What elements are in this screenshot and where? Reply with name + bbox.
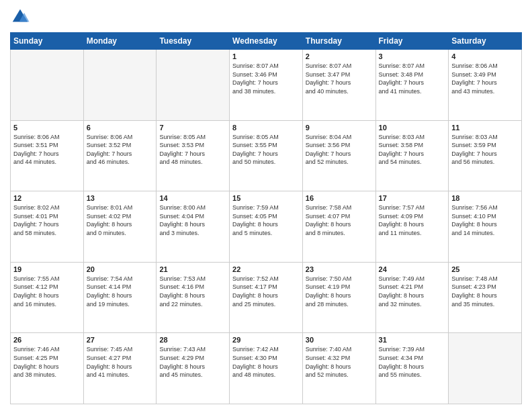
weekday-header-thursday: Thursday [302,33,375,50]
day-cell: 13Sunrise: 8:01 AMSunset: 4:02 PMDayligh… [83,191,157,263]
weekday-header-monday: Monday [83,33,157,50]
week-row-2: 12Sunrise: 8:02 AMSunset: 4:01 PMDayligh… [11,191,522,263]
day-number: 21 [159,265,226,273]
day-cell: 9Sunrise: 8:04 AMSunset: 3:56 PMDaylight… [302,120,375,191]
weekday-header-friday: Friday [375,33,449,50]
day-info: Sunrise: 8:05 AMSunset: 3:55 PMDaylight:… [232,133,300,167]
day-cell: 22Sunrise: 7:52 AMSunset: 4:17 PMDayligh… [230,262,303,333]
day-cell [83,50,157,121]
day-cell: 2Sunrise: 8:07 AMSunset: 3:47 PMDaylight… [302,50,375,121]
day-cell [157,50,230,121]
day-number: 30 [306,336,373,344]
day-info: Sunrise: 7:52 AMSunset: 4:17 PMDaylight:… [232,275,300,308]
day-number: 4 [451,52,519,60]
day-number: 5 [13,124,81,132]
day-cell: 10Sunrise: 8:03 AMSunset: 3:58 PMDayligh… [375,120,449,191]
day-info: Sunrise: 8:07 AMSunset: 3:46 PMDaylight:… [232,62,300,95]
day-cell: 30Sunrise: 7:40 AMSunset: 4:32 PMDayligh… [302,333,375,404]
day-info: Sunrise: 7:49 AMSunset: 4:21 PMDaylight:… [379,275,446,308]
day-cell: 7Sunrise: 8:05 AMSunset: 3:53 PMDaylight… [157,120,230,191]
day-cell: 3Sunrise: 8:07 AMSunset: 3:48 PMDaylight… [375,50,449,121]
day-cell: 12Sunrise: 8:02 AMSunset: 4:01 PMDayligh… [11,191,84,263]
day-number: 9 [306,124,373,132]
day-cell: 26Sunrise: 7:46 AMSunset: 4:25 PMDayligh… [11,333,84,404]
day-cell: 15Sunrise: 7:59 AMSunset: 4:05 PMDayligh… [230,191,303,263]
day-cell: 4Sunrise: 8:06 AMSunset: 3:49 PMDaylight… [449,50,522,121]
day-number: 6 [87,124,154,132]
day-info: Sunrise: 8:06 AMSunset: 3:52 PMDaylight:… [87,133,154,167]
day-info: Sunrise: 7:54 AMSunset: 4:14 PMDaylight:… [87,275,154,308]
day-cell: 18Sunrise: 7:56 AMSunset: 4:10 PMDayligh… [449,191,522,263]
day-info: Sunrise: 8:01 AMSunset: 4:02 PMDaylight:… [87,203,154,237]
day-info: Sunrise: 7:59 AMSunset: 4:05 PMDaylight:… [232,203,300,237]
day-cell: 31Sunrise: 7:39 AMSunset: 4:34 PMDayligh… [375,333,449,404]
day-cell: 28Sunrise: 7:43 AMSunset: 4:29 PMDayligh… [157,333,230,404]
day-number: 12 [13,194,81,202]
day-info: Sunrise: 7:40 AMSunset: 4:32 PMDaylight:… [306,345,373,379]
day-number: 7 [159,124,226,132]
day-cell: 5Sunrise: 8:06 AMSunset: 3:51 PMDaylight… [11,120,84,191]
week-row-1: 5Sunrise: 8:06 AMSunset: 3:51 PMDaylight… [11,120,522,191]
day-info: Sunrise: 8:00 AMSunset: 4:04 PMDaylight:… [159,203,226,237]
day-number: 17 [379,194,446,202]
day-cell: 23Sunrise: 7:50 AMSunset: 4:19 PMDayligh… [302,262,375,333]
weekday-header-wednesday: Wednesday [230,33,303,50]
day-cell: 17Sunrise: 7:57 AMSunset: 4:09 PMDayligh… [375,191,449,263]
day-cell [449,333,522,404]
day-cell: 8Sunrise: 8:05 AMSunset: 3:55 PMDaylight… [230,120,303,191]
day-info: Sunrise: 7:53 AMSunset: 4:16 PMDaylight:… [159,275,226,308]
day-number: 25 [451,265,519,273]
day-number: 22 [232,265,300,273]
day-info: Sunrise: 7:42 AMSunset: 4:30 PMDaylight:… [232,345,300,379]
day-info: Sunrise: 7:50 AMSunset: 4:19 PMDaylight:… [306,275,373,308]
day-number: 26 [13,336,81,344]
day-cell: 14Sunrise: 8:00 AMSunset: 4:04 PMDayligh… [157,191,230,263]
day-cell: 27Sunrise: 7:45 AMSunset: 4:27 PMDayligh… [83,333,157,404]
day-cell: 29Sunrise: 7:42 AMSunset: 4:30 PMDayligh… [230,333,303,404]
header [10,7,522,27]
weekday-header-saturday: Saturday [449,33,522,50]
day-info: Sunrise: 7:45 AMSunset: 4:27 PMDaylight:… [87,345,154,379]
day-info: Sunrise: 8:07 AMSunset: 3:48 PMDaylight:… [379,62,446,95]
day-info: Sunrise: 7:57 AMSunset: 4:09 PMDaylight:… [379,203,446,237]
day-number: 13 [87,194,154,202]
day-cell: 21Sunrise: 7:53 AMSunset: 4:16 PMDayligh… [157,262,230,333]
day-info: Sunrise: 7:56 AMSunset: 4:10 PMDaylight:… [451,203,519,237]
day-info: Sunrise: 7:58 AMSunset: 4:07 PMDaylight:… [306,203,373,237]
weekday-header-tuesday: Tuesday [157,33,230,50]
day-info: Sunrise: 8:06 AMSunset: 3:51 PMDaylight:… [13,133,81,167]
day-number: 10 [379,124,446,132]
day-cell: 16Sunrise: 7:58 AMSunset: 4:07 PMDayligh… [302,191,375,263]
logo [10,7,33,27]
day-info: Sunrise: 8:04 AMSunset: 3:56 PMDaylight:… [306,133,373,167]
day-number: 19 [13,265,81,273]
day-number: 16 [306,194,373,202]
week-row-4: 26Sunrise: 7:46 AMSunset: 4:25 PMDayligh… [11,333,522,404]
day-info: Sunrise: 7:48 AMSunset: 4:23 PMDaylight:… [451,275,519,308]
day-number: 1 [232,52,300,60]
day-number: 18 [451,194,519,202]
day-cell [11,50,84,121]
day-number: 11 [451,124,519,132]
day-cell: 1Sunrise: 8:07 AMSunset: 3:46 PMDaylight… [230,50,303,121]
week-row-0: 1Sunrise: 8:07 AMSunset: 3:46 PMDaylight… [11,50,522,121]
day-info: Sunrise: 8:03 AMSunset: 3:58 PMDaylight:… [379,133,446,167]
day-info: Sunrise: 7:55 AMSunset: 4:12 PMDaylight:… [13,275,81,308]
logo-icon [10,7,30,27]
day-info: Sunrise: 8:03 AMSunset: 3:59 PMDaylight:… [451,133,519,167]
day-info: Sunrise: 7:46 AMSunset: 4:25 PMDaylight:… [13,345,81,379]
day-info: Sunrise: 8:05 AMSunset: 3:53 PMDaylight:… [159,133,226,167]
day-number: 15 [232,194,300,202]
day-info: Sunrise: 7:39 AMSunset: 4:34 PMDaylight:… [379,345,446,379]
day-number: 2 [306,52,373,60]
day-number: 29 [232,336,300,344]
day-number: 31 [379,336,446,344]
day-number: 3 [379,52,446,60]
day-cell: 11Sunrise: 8:03 AMSunset: 3:59 PMDayligh… [449,120,522,191]
day-number: 27 [87,336,154,344]
weekday-header-sunday: Sunday [11,33,84,50]
day-info: Sunrise: 8:02 AMSunset: 4:01 PMDaylight:… [13,203,81,237]
weekday-header-row: SundayMondayTuesdayWednesdayThursdayFrid… [11,33,522,50]
day-number: 28 [159,336,226,344]
page: SundayMondayTuesdayWednesdayThursdayFrid… [0,0,532,411]
